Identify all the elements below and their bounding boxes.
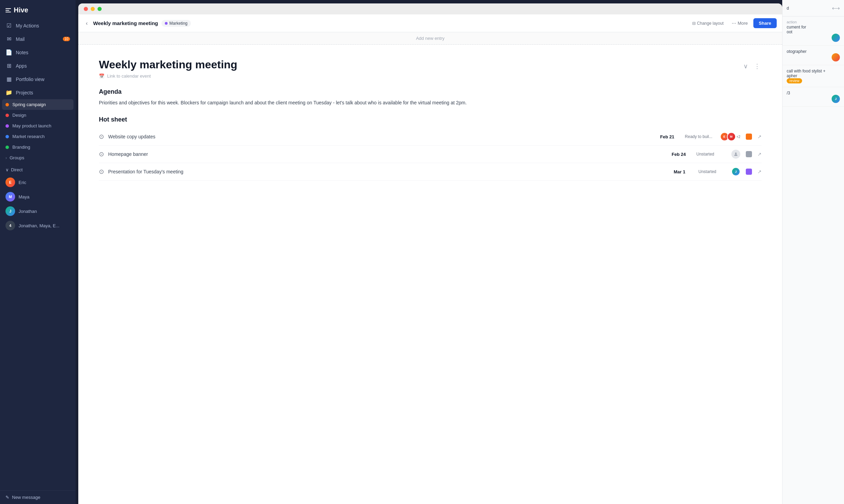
avatar-plus-count: +2 <box>737 135 740 139</box>
portfolio-icon: ▦ <box>5 76 12 82</box>
color-swatch <box>746 151 752 157</box>
project-label: Market research <box>12 134 45 139</box>
check-icon[interactable]: ⊙ <box>99 150 104 158</box>
svg-point-0 <box>735 153 737 154</box>
mail-badge: 10 <box>63 37 70 41</box>
arrow-icon[interactable]: ⟷ <box>832 5 840 11</box>
project-label: Design <box>12 113 26 118</box>
sidebar-item-groups[interactable]: › Groups <box>0 152 76 163</box>
back-button[interactable]: ‹ <box>84 19 90 28</box>
sidebar-item-label: Portfolio view <box>16 77 44 82</box>
avatar-placeholder <box>731 150 740 159</box>
direct-label: Direct <box>11 167 23 172</box>
share-button[interactable]: Share <box>753 18 777 28</box>
sidebar-item-group-chat[interactable]: 4 Jonathan, Maya, E... <box>0 218 76 233</box>
sidebar: Hive ☑ My Actions ✉ Mail 10 📄 Notes ⊞ Ap… <box>0 0 76 504</box>
task-avatars <box>731 150 740 159</box>
logo-icon <box>5 8 11 12</box>
my-actions-icon: ☑ <box>5 22 12 29</box>
new-message-button[interactable]: ✎ New message <box>0 490 76 504</box>
add-entry-bar[interactable]: Add new entry <box>78 32 782 45</box>
more-button[interactable]: ⋯ More <box>729 19 751 28</box>
app-logo: Hive <box>0 0 76 19</box>
hot-sheet-title: Hot sheet <box>99 116 762 123</box>
panel-label: d <box>787 6 789 11</box>
note-header-row: Weekly marketing meeting ∨ ⋮ <box>99 58 762 71</box>
direct-header[interactable]: ∨ Direct <box>5 166 70 174</box>
layout-icon: ⊟ <box>692 21 696 26</box>
tag-label: Marketing <box>169 21 187 26</box>
sidebar-item-eric[interactable]: E Eric <box>0 175 76 190</box>
sidebar-item-label: Notes <box>16 50 28 55</box>
panel-item-action: action cument foroot <box>783 16 844 46</box>
new-message-label: New message <box>12 495 40 500</box>
sidebar-item-maya[interactable]: M Maya <box>0 190 76 204</box>
task-status: Ready to buil... <box>685 134 716 139</box>
sidebar-item-market-research[interactable]: Market research <box>0 131 76 142</box>
avatar: M <box>727 132 736 141</box>
project-dot <box>5 114 9 117</box>
external-link-icon[interactable]: ↗ <box>757 134 762 139</box>
sidebar-item-apps[interactable]: ⊞ Apps <box>0 59 76 72</box>
avatar-jonathan: J <box>5 206 15 216</box>
tag-dot <box>165 22 168 25</box>
sidebar-item-notes[interactable]: 📄 Notes <box>0 46 76 59</box>
task-status: Unstarted <box>698 169 729 174</box>
notes-icon: 📄 <box>5 49 12 56</box>
person-label: Eric <box>19 180 26 185</box>
groups-label: Groups <box>10 155 24 160</box>
maximize-button[interactable] <box>98 7 102 11</box>
check-icon[interactable]: ⊙ <box>99 168 104 175</box>
table-row: ⊙ Presentation for Tuesday's meeting Mar… <box>99 163 762 181</box>
ellipsis-icon: ⋯ <box>732 21 736 26</box>
calendar-link[interactable]: 📅 Link to calendar event <box>99 73 762 79</box>
minimize-button[interactable] <box>91 7 95 11</box>
sidebar-item-design[interactable]: Design <box>0 110 76 121</box>
task-name: Presentation for Tuesday's meeting <box>108 169 670 174</box>
sidebar-item-label: Apps <box>16 63 27 69</box>
panel-item-photographer: otographer <box>783 46 844 65</box>
sidebar-item-mail[interactable]: ✉ Mail 10 <box>0 32 76 46</box>
sidebar-item-projects[interactable]: 📁 Projects <box>0 86 76 99</box>
color-swatch <box>746 169 752 175</box>
note-content: Weekly marketing meeting ∨ ⋮ 📅 Link to c… <box>78 45 782 504</box>
sidebar-item-spring-campaign[interactable]: Spring campaign <box>2 99 73 110</box>
external-link-icon[interactable]: ↗ <box>757 169 762 174</box>
direct-section: ∨ Direct <box>0 163 76 175</box>
close-button[interactable] <box>84 7 88 11</box>
check-icon[interactable]: ⊙ <box>99 133 104 140</box>
window-titlebar <box>78 3 782 14</box>
window-chrome: ‹ Weekly marketing meeting Marketing ⊟ C… <box>78 3 782 504</box>
sidebar-item-may-product-launch[interactable]: May product launch <box>0 121 76 131</box>
sidebar-item-branding[interactable]: Branding <box>0 142 76 152</box>
app-name: Hive <box>14 6 28 14</box>
sidebar-item-my-actions[interactable]: ☑ My Actions <box>0 19 76 32</box>
avatar-eric: E <box>5 177 15 187</box>
task-date: Mar 1 <box>674 169 694 174</box>
panel-item-label: action <box>787 20 840 24</box>
sidebar-item-portfolio-view[interactable]: ▦ Portfolio view <box>0 72 76 86</box>
avatar-maya: M <box>5 192 15 202</box>
main-area: ‹ Weekly marketing meeting Marketing ⊟ C… <box>76 0 844 504</box>
project-dot <box>5 124 9 128</box>
edit-icon: ✎ <box>5 495 9 500</box>
project-dot <box>5 146 9 149</box>
task-avatars: E M +2 <box>720 132 740 141</box>
calendar-link-label: Link to calendar event <box>107 73 151 79</box>
note-title: Weekly marketing meeting <box>99 58 237 71</box>
project-dot <box>5 103 9 106</box>
options-icon[interactable]: ⋮ <box>753 61 762 71</box>
sidebar-item-jonathan[interactable]: J Jonathan <box>0 204 76 218</box>
avatar <box>832 34 840 42</box>
chevron-down-icon: ∨ <box>5 167 9 172</box>
sidebar-item-label: Mail <box>16 36 25 42</box>
right-panel-header: d ⟷ <box>783 0 844 16</box>
external-link-icon[interactable]: ↗ <box>757 151 762 157</box>
task-date: Feb 21 <box>660 134 681 139</box>
change-layout-button[interactable]: ⊟ Change layout <box>689 19 726 28</box>
collapse-icon[interactable]: ∨ <box>742 61 749 71</box>
status-badge: review <box>787 78 802 83</box>
project-tag[interactable]: Marketing <box>161 20 191 27</box>
avatar-group: 4 <box>5 221 15 230</box>
task-name: Homepage banner <box>108 151 668 157</box>
